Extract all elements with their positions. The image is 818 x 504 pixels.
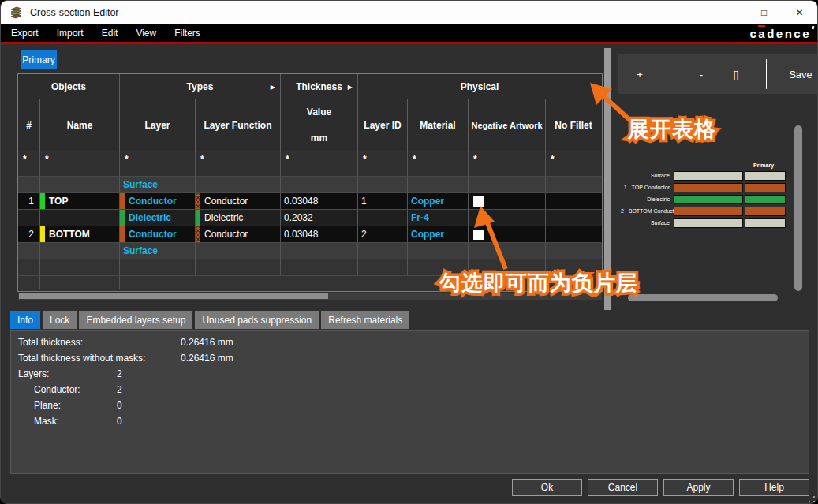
group-objects: Objects	[18, 74, 120, 99]
filter-material[interactable]: *	[408, 151, 469, 177]
filter-layer[interactable]: *	[120, 151, 196, 177]
tab-unused-pads-suppression[interactable]: Unused pads suppression	[195, 311, 319, 329]
info-value: 0.26416 mm	[181, 353, 233, 364]
cell-name[interactable]	[40, 177, 120, 193]
cell-value[interactable]: 0.03048	[281, 226, 358, 243]
cell-num[interactable]	[18, 177, 40, 193]
tab-lock[interactable]: Lock	[43, 311, 77, 329]
tab-embedded-layers-setup[interactable]: Embedded layers setup	[79, 311, 192, 329]
cell-layer-id[interactable]: 1	[358, 193, 408, 210]
cell-material[interactable]: Fr-4	[408, 210, 469, 226]
cell-value[interactable]: 0.2032	[281, 210, 358, 226]
cell-layer[interactable]: Surface	[120, 177, 196, 193]
brackets-button[interactable]: []	[726, 54, 745, 94]
filter-value[interactable]: *	[281, 151, 358, 177]
cell-layer[interactable]: Conductor	[120, 193, 196, 210]
filter-num[interactable]: *	[18, 151, 40, 177]
filler-cell	[40, 276, 120, 289]
info-panel: Total thickness: 0.26416 mm Total thickn…	[10, 330, 809, 474]
menu-filters[interactable]: Filters	[172, 26, 203, 40]
remove-layer-button[interactable]: -	[693, 54, 709, 94]
tab-info[interactable]: Info	[10, 311, 40, 329]
menu-import[interactable]: Import	[54, 26, 86, 40]
col-thickness-value: Value mm	[281, 99, 358, 151]
cell-name[interactable]: TOP	[40, 193, 120, 210]
cadence-logo: cadence	[749, 28, 811, 39]
cell-material[interactable]: Copper	[408, 193, 469, 210]
help-button[interactable]: Help	[739, 479, 809, 496]
close-button[interactable]: ✕	[782, 1, 817, 24]
cell-name[interactable]	[40, 243, 120, 259]
cell-material[interactable]	[408, 177, 469, 193]
conductor-chip	[120, 226, 125, 242]
scrollbar-thumb[interactable]	[19, 293, 328, 299]
minimize-button[interactable]: —	[711, 1, 746, 24]
title-bar: Cross-section Editor — □ ✕	[1, 1, 817, 24]
preview-horizontal-scrollbar[interactable]	[628, 294, 778, 301]
cell-layer-function[interactable]: Conductor	[196, 193, 281, 210]
cell-material[interactable]	[408, 243, 469, 259]
filter-layer-id[interactable]: *	[358, 151, 408, 177]
cross-section-editor-window: Cross-section Editor — □ ✕ Export Import…	[0, 0, 818, 504]
info-value: 0	[117, 416, 122, 427]
right-toolbar: + - [] Save	[618, 54, 818, 94]
cell-layer-function[interactable]	[196, 259, 281, 276]
cell-name[interactable]	[40, 259, 120, 276]
cell-num[interactable]: 2	[18, 226, 40, 243]
cell-negative-artwork[interactable]	[469, 177, 546, 193]
save-button[interactable]: Save	[785, 54, 816, 94]
cell-layer-function[interactable]: Conductor	[196, 226, 281, 243]
cell-layer[interactable]: Surface	[120, 243, 196, 259]
resize-grip[interactable]	[809, 496, 815, 502]
cell-no-fillet[interactable]	[546, 177, 602, 193]
filter-layer-function[interactable]: *	[196, 151, 281, 177]
cell-no-fillet[interactable]	[546, 243, 602, 259]
cell-num[interactable]	[18, 243, 40, 259]
cell-value[interactable]	[281, 243, 358, 259]
apply-button[interactable]: Apply	[663, 479, 734, 496]
preview-label: Surface	[621, 220, 670, 226]
cell-value[interactable]	[281, 259, 358, 276]
cell-layer[interactable]	[120, 259, 196, 276]
cell-num[interactable]	[18, 210, 40, 226]
main-area: Primary Objects Types ▶ Thickness ▶ Phys…	[1, 44, 817, 504]
filter-negative-artwork[interactable]: *	[469, 151, 546, 177]
cell-layer-id[interactable]: 2	[358, 226, 408, 243]
cell-layer[interactable]: Conductor	[120, 226, 196, 243]
cell-value[interactable]	[281, 177, 358, 193]
cell-no-fillet[interactable]	[546, 193, 602, 210]
cell-num[interactable]	[18, 259, 40, 276]
cell-name[interactable]	[40, 210, 120, 226]
menu-edit[interactable]: Edit	[99, 26, 121, 40]
cell-value[interactable]: 0.03048	[281, 193, 358, 210]
menu-export[interactable]: Export	[9, 26, 41, 40]
toolbar-separator	[766, 59, 767, 89]
cancel-button[interactable]: Cancel	[588, 479, 658, 496]
cell-layer-id[interactable]	[358, 177, 408, 193]
conductor-chip	[196, 226, 200, 242]
cell-layer-id[interactable]	[358, 259, 408, 276]
menu-view[interactable]: View	[133, 26, 159, 40]
filter-name[interactable]: *	[40, 151, 120, 177]
cell-no-fillet[interactable]	[546, 226, 602, 243]
cell-layer-function[interactable]	[196, 243, 281, 259]
cell-layer-id[interactable]	[358, 243, 408, 259]
cell-layer[interactable]: Dielectric	[120, 210, 196, 226]
tab-refresh-materials[interactable]: Refresh materials	[321, 311, 409, 329]
cell-material[interactable]: Copper	[408, 226, 469, 243]
filter-no-fillet[interactable]: *	[546, 151, 602, 177]
cell-layer-id[interactable]	[358, 210, 408, 226]
preview-vertical-scrollbar[interactable]	[794, 125, 802, 291]
cell-layer-function[interactable]	[196, 177, 281, 193]
cell-no-fillet[interactable]	[546, 210, 602, 226]
cell-num[interactable]: 1	[18, 193, 40, 210]
preview-label: 2 BOTTOM Conductor	[621, 208, 670, 214]
maximize-button[interactable]: □	[746, 1, 782, 24]
info-row: Plane: 0	[11, 400, 809, 416]
cell-layer-function[interactable]: Dielectric	[196, 210, 281, 226]
types-expand-icon[interactable]: ▶	[271, 83, 275, 90]
tab-primary[interactable]: Primary	[21, 50, 57, 69]
ok-button[interactable]: Ok	[512, 479, 582, 496]
thickness-expand-icon[interactable]: ▶	[348, 83, 353, 90]
cell-name[interactable]: BOTTOM	[40, 226, 120, 243]
